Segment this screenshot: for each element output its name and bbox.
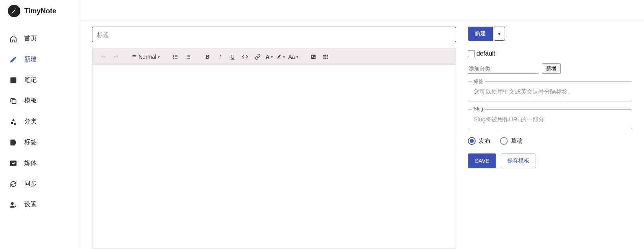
slug-label: Slug: [472, 106, 485, 112]
nav-label: 媒体: [24, 159, 37, 167]
editor-column: Normal ▾ 123 B I U A▾ ▾: [92, 27, 456, 249]
publish-radio[interactable]: 发布: [468, 137, 491, 145]
font-size-select[interactable]: Aa▾: [287, 54, 299, 60]
italic-icon[interactable]: I: [215, 52, 225, 61]
default-label: default: [476, 50, 495, 57]
copy-icon: [9, 97, 17, 105]
editor-body[interactable]: [92, 65, 456, 249]
main: Normal ▾ 123 B I U A▾ ▾: [80, 0, 644, 249]
settings-icon: [9, 201, 17, 209]
nav-new[interactable]: 新建: [0, 49, 80, 70]
app-logo: TimyNote: [0, 5, 80, 24]
bold-icon[interactable]: B: [202, 52, 213, 61]
nav-templates[interactable]: 模板: [0, 90, 80, 111]
settings-panel: 新建 ▾ default 新增 标签 Slug: [468, 27, 632, 249]
media-icon: [9, 159, 17, 167]
highlight-select[interactable]: ▾: [275, 54, 286, 60]
svg-rect-1: [11, 161, 16, 166]
sync-icon: [9, 180, 17, 188]
nav-home[interactable]: 首页: [0, 28, 80, 49]
radio-icon: [500, 137, 508, 145]
svg-text:3: 3: [186, 57, 187, 59]
save-template-button[interactable]: 保存模板: [501, 153, 536, 168]
nav-media[interactable]: 媒体: [0, 153, 80, 173]
logo-icon: [8, 5, 20, 17]
edit-icon: [9, 56, 17, 63]
code-icon[interactable]: [240, 52, 251, 61]
rich-editor: Normal ▾ 123 B I U A▾ ▾: [92, 49, 456, 249]
default-checkbox[interactable]: [468, 50, 475, 57]
slug-fieldset: Slug: [468, 109, 632, 129]
caret-down-icon: ▾: [498, 31, 501, 37]
home-icon: [9, 35, 17, 43]
link-icon[interactable]: [252, 52, 263, 61]
underline-icon[interactable]: U: [227, 52, 238, 61]
topbar: [80, 0, 644, 20]
nav-label: 同步: [24, 180, 37, 188]
nav-categories[interactable]: 分类: [0, 111, 80, 132]
svg-rect-9: [175, 55, 178, 55]
status-radio-group: 发布 草稿: [468, 137, 632, 145]
tag-icon: [9, 139, 17, 146]
title-input[interactable]: [92, 27, 456, 42]
new-dropdown: 新建 ▾: [468, 27, 505, 41]
redo-icon[interactable]: [110, 52, 121, 61]
note-icon: [9, 76, 17, 84]
category-icon: [9, 118, 17, 126]
nav-label: 标签: [24, 138, 37, 146]
publish-label: 发布: [479, 137, 491, 145]
image-icon[interactable]: [308, 52, 319, 61]
svg-rect-11: [175, 58, 178, 58]
draft-label: 草稿: [511, 137, 523, 145]
svg-point-8: [173, 58, 174, 59]
nav-settings[interactable]: 设置: [0, 194, 80, 215]
svg-point-7: [173, 56, 174, 58]
nav: 首页 新建 笔记 模板 分类 标签: [0, 24, 80, 219]
tags-input[interactable]: [474, 88, 626, 95]
table-icon[interactable]: [320, 52, 331, 61]
slug-input[interactable]: [474, 116, 626, 123]
svg-point-19: [312, 56, 313, 57]
nav-label: 模板: [24, 97, 37, 105]
default-checkbox-row[interactable]: default: [468, 50, 632, 57]
svg-point-2: [11, 202, 14, 205]
draft-radio[interactable]: 草稿: [500, 137, 523, 145]
svg-rect-0: [12, 99, 16, 103]
nav-label: 分类: [24, 117, 37, 126]
tags-label: 标签: [472, 78, 485, 85]
new-button[interactable]: 新建: [468, 27, 493, 41]
text-color-select[interactable]: A▾: [265, 54, 274, 60]
nav-label: 新建: [24, 55, 37, 63]
nav-tags[interactable]: 标签: [0, 132, 80, 153]
tags-fieldset: 标签: [468, 81, 632, 101]
save-button[interactable]: SAVE: [468, 153, 496, 168]
svg-rect-20: [323, 55, 328, 59]
category-input[interactable]: [468, 64, 538, 74]
category-add-button[interactable]: 新增: [542, 63, 561, 74]
ordered-list-icon[interactable]: 123: [182, 52, 193, 61]
format-select[interactable]: Normal ▾: [130, 54, 161, 60]
svg-rect-10: [175, 56, 178, 57]
new-dropdown-toggle[interactable]: ▾: [494, 27, 505, 41]
nav-notes[interactable]: 笔记: [0, 70, 80, 90]
editor-toolbar: Normal ▾ 123 B I U A▾ ▾: [92, 49, 456, 65]
svg-point-6: [173, 55, 174, 56]
nav-label: 首页: [24, 34, 37, 43]
sidebar: TimyNote 首页 新建 笔记 模板 分类: [0, 0, 80, 249]
radio-icon: [468, 137, 476, 145]
app-name: TimyNote: [24, 7, 56, 15]
chevron-down-icon: ▾: [158, 55, 160, 59]
nav-label: 设置: [24, 200, 37, 209]
undo-icon[interactable]: [98, 52, 109, 61]
nav-sync[interactable]: 同步: [0, 173, 80, 194]
nav-label: 笔记: [24, 76, 37, 84]
bullet-list-icon[interactable]: [170, 52, 181, 61]
